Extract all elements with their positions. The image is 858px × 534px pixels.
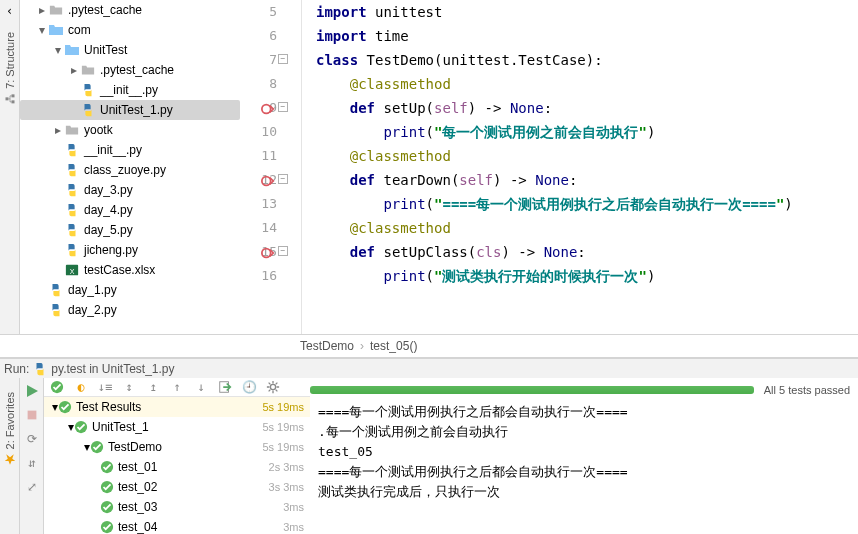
favorites-tab[interactable]: 2: Favorites <box>4 392 16 465</box>
console-line: .每一个测试用例之前会自动执行 <box>318 422 850 442</box>
test-node[interactable]: ▾TestDemo5s 19ms <box>44 437 310 457</box>
fold-icon[interactable]: − <box>278 174 288 184</box>
show-passed-icon[interactable] <box>48 378 66 396</box>
code-line[interactable]: def setUpClass(cls) -> None: <box>316 240 858 264</box>
structure-tab[interactable]: 7: Structure <box>4 32 16 105</box>
breadcrumb-item[interactable]: test_05() <box>370 339 417 353</box>
tree-item-label: yootk <box>84 120 113 140</box>
pass-icon <box>100 480 114 494</box>
tree-item-label: day_5.py <box>84 220 133 240</box>
tree-arrow-icon[interactable]: ▸ <box>68 60 80 80</box>
collapse-all-icon[interactable]: ↥ <box>144 378 162 396</box>
history-icon[interactable]: 🕘 <box>240 378 258 396</box>
folder-open-icon <box>64 42 80 58</box>
tree-item-label: day_4.py <box>84 200 133 220</box>
tree-arrow-icon[interactable]: ▾ <box>52 40 64 60</box>
tree-item[interactable]: day_2.py <box>20 300 240 320</box>
pass-icon <box>58 400 72 414</box>
tree-arrow-icon[interactable]: ▸ <box>36 0 48 20</box>
tree-item[interactable]: class_zuoye.py <box>20 160 240 180</box>
test-results-tree[interactable]: ▾Test Results5s 19ms▾UnitTest_15s 19ms▾T… <box>44 397 310 534</box>
tree-arrow-icon[interactable]: ▾ <box>36 20 48 40</box>
test-results-header[interactable]: ▾Test Results5s 19ms <box>44 397 310 417</box>
tree-item[interactable]: jicheng.py <box>20 240 240 260</box>
run-test-icon[interactable] <box>261 244 275 258</box>
fold-icon[interactable]: − <box>278 246 288 256</box>
python-icon <box>33 362 47 376</box>
project-tree[interactable]: ▸.pytest_cache▾com▾UnitTest▸.pytest_cach… <box>20 0 240 334</box>
test-node[interactable]: test_023s 3ms <box>44 477 310 497</box>
show-ignored-icon[interactable]: ◐ <box>72 378 90 396</box>
expand-icon[interactable]: ↕ <box>120 378 138 396</box>
code-line[interactable]: import unittest <box>316 0 858 24</box>
prev-icon[interactable]: ↑ <box>168 378 186 396</box>
code-line[interactable]: print("测试类执行开始的时候执行一次") <box>316 264 858 288</box>
test-node[interactable]: ▾UnitTest_15s 19ms <box>44 417 310 437</box>
pass-icon <box>100 500 114 514</box>
tree-item-label: day_1.py <box>68 280 117 300</box>
tree-item-label: UnitTest <box>84 40 127 60</box>
fold-icon[interactable]: − <box>278 102 288 112</box>
test-node[interactable]: test_043ms <box>44 517 310 534</box>
test-duration: 5s 19ms <box>262 441 310 453</box>
next-icon[interactable]: ↓ <box>192 378 210 396</box>
py-icon <box>64 142 80 158</box>
collapse-icon[interactable]: ‹ <box>3 4 17 18</box>
tree-item[interactable]: ▾UnitTest <box>20 40 240 60</box>
gear-icon[interactable] <box>264 378 282 396</box>
breadcrumb[interactable]: TestDemo › test_05() <box>0 334 858 358</box>
code-line[interactable]: @classmethod <box>316 72 858 96</box>
stop-button[interactable] <box>23 406 41 424</box>
run-test-icon[interactable] <box>261 100 275 114</box>
code-line[interactable]: @classmethod <box>316 216 858 240</box>
test-progress-bar <box>310 386 754 394</box>
tree-item-label: .pytest_cache <box>100 60 174 80</box>
tree-item[interactable]: ▸yootk <box>20 120 240 140</box>
code-line[interactable]: @classmethod <box>316 144 858 168</box>
py-icon <box>80 102 96 118</box>
tree-item[interactable]: testCase.xlsx <box>20 260 240 280</box>
tree-item-label: day_2.py <box>68 300 117 320</box>
run-tool-header[interactable]: Run: py.test in UnitTest_1.py <box>0 358 858 378</box>
pin-icon[interactable]: ⤢ <box>23 478 41 496</box>
console-line: 测试类执行完成后，只执行一次 <box>318 482 850 502</box>
test-node-label: test_03 <box>118 500 157 514</box>
toggle-icon[interactable]: ⇵ <box>23 454 41 472</box>
code-line[interactable]: def setUp(self) -> None: <box>316 96 858 120</box>
tree-item[interactable]: day_3.py <box>20 180 240 200</box>
run-button[interactable] <box>23 382 41 400</box>
code-line[interactable]: print("====每一个测试用例执行之后都会自动执行一次====") <box>316 192 858 216</box>
folder-icon <box>64 122 80 138</box>
tree-item-label: testCase.xlsx <box>84 260 155 280</box>
run-test-icon[interactable] <box>261 172 275 186</box>
export-icon[interactable] <box>216 378 234 396</box>
py-icon <box>80 82 96 98</box>
sort-icon[interactable]: ↓≡ <box>96 378 114 396</box>
test-node-label: test_04 <box>118 520 157 534</box>
code-line[interactable]: import time <box>316 24 858 48</box>
run-config-name: py.test in UnitTest_1.py <box>51 362 174 376</box>
xlsx-icon <box>64 262 80 278</box>
code-line[interactable]: class TestDemo(unittest.TestCase): <box>316 48 858 72</box>
run-label: Run: <box>4 362 29 376</box>
console-line: test_05 <box>318 442 850 462</box>
test-node-label: Test Results <box>76 400 141 414</box>
breadcrumb-item[interactable]: TestDemo <box>300 339 354 353</box>
test-node-label: test_02 <box>118 480 157 494</box>
py-icon <box>64 222 80 238</box>
test-node[interactable]: test_012s 3ms <box>44 457 310 477</box>
test-node[interactable]: test_033ms <box>44 497 310 517</box>
tree-item[interactable]: day_5.py <box>20 220 240 240</box>
tree-arrow-icon[interactable]: ▸ <box>52 120 64 140</box>
tree-item[interactable]: __init__.py <box>20 140 240 160</box>
test-node-label: test_01 <box>118 460 157 474</box>
tree-item[interactable]: day_4.py <box>20 200 240 220</box>
tree-item[interactable]: day_1.py <box>20 280 240 300</box>
rerun-icon[interactable]: ⟳ <box>23 430 41 448</box>
tree-item[interactable]: ▾com <box>20 20 240 40</box>
code-line[interactable]: print("每一个测试用例之前会自动执行") <box>316 120 858 144</box>
code-line[interactable]: def tearDown(self) -> None: <box>316 168 858 192</box>
test-console[interactable]: ====每一个测试用例执行之后都会自动执行一次====.每一个测试用例之前会自动… <box>310 402 858 534</box>
code-editor[interactable]: 567−89−101112−131415−16 import unittesti… <box>240 0 858 334</box>
fold-icon[interactable]: − <box>278 54 288 64</box>
